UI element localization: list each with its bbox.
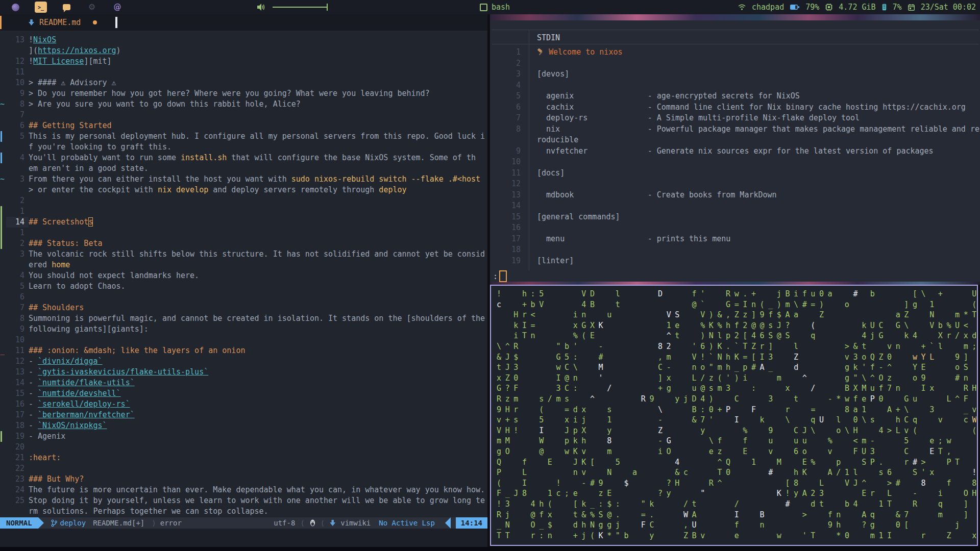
line-text: ## Screetshots [29, 217, 487, 228]
pager-prompt[interactable]: : [493, 270, 507, 282]
volume-control[interactable] [257, 4, 328, 11]
editor-line[interactable]: 6## Getting Started [0, 120, 487, 131]
markdown-link[interactable]: https://nixos.org [38, 46, 116, 55]
editor-line[interactable]: em aren't in a good state. [0, 163, 487, 174]
editor-line[interactable]: 7 [0, 110, 487, 120]
editor-line[interactable]: 22 [0, 463, 487, 474]
editor-line[interactable]: 1 [0, 206, 487, 217]
line-number [6, 185, 29, 195]
line-text: - `numtide/flake-utils` [29, 378, 487, 388]
editor-line[interactable]: 4You'll probably want to run some instal… [0, 153, 487, 163]
terminal-line-number: 12 [490, 179, 525, 189]
editor-line[interactable]: 6 [0, 292, 487, 303]
editor-line[interactable]: 8Summoning is powerful magic, and cannot… [0, 313, 487, 324]
line-number: 4 [6, 153, 29, 163]
editor-line[interactable]: ~8> Are you sure you want to go down thi… [0, 99, 487, 110]
terminal-line-text [525, 157, 537, 167]
line-number: 5 [6, 131, 29, 142]
matrix-row: gO @ wKv m iO ez E v 6o v FU3 C ET, 9 [497, 446, 976, 457]
terminal-line: 5 agenix - age-encrypted secrets for Nix… [490, 91, 980, 102]
matrix-row: xZ0 I@n ' ]x L/z(')i m ^ g"\^Oz o9 #n T [497, 373, 976, 383]
editor-line[interactable]: > or enter the cockpit with nix develop … [0, 185, 487, 195]
editor-line[interactable]: 9following giants][giants]: [0, 324, 487, 335]
editor-line[interactable]: 20 [0, 442, 487, 453]
markdown-link[interactable]: MIT License [33, 57, 84, 66]
markdown-link[interactable]: `numtide/flake-utils` [38, 378, 135, 387]
memory-used: 4.72 GiB [839, 3, 875, 12]
editor-line[interactable]: 16- `serokell/deploy-rs` [0, 399, 487, 410]
line-text: From there you can either install the ho… [29, 174, 487, 185]
editor-line[interactable]: 1 [0, 228, 487, 238]
editor-line[interactable]: _11### :onion: &mdash; like the layers o… [0, 345, 487, 356]
editor-line[interactable]: 14## Screetshots [0, 217, 487, 228]
editor-line[interactable]: 2 [0, 195, 487, 206]
matrix-window[interactable]: ! h:5 VD l D f' Rw.+ jBifu0a # b [\ + U]… [490, 285, 978, 546]
markdown-link[interactable]: `serokell/deploy-rs` [38, 399, 130, 409]
matrix-row: tJ3 wC\ M C- no"mh_p#A_ d gk'f-^ YE oS E [497, 362, 976, 372]
editor-line[interactable]: 14- `numtide/flake-utils` [0, 378, 487, 388]
terminal-icon[interactable]: >_ [35, 2, 47, 13]
editor-line[interactable]: 12- `divnix/digga` [0, 356, 487, 367]
gutter-sign [0, 131, 6, 142]
modified-dot-icon [93, 20, 97, 24]
editor-line[interactable]: 10 [0, 335, 487, 345]
editor-line[interactable]: 21:heart: [0, 453, 487, 463]
gutter-sign [0, 431, 6, 442]
markdown-link[interactable]: `numtide/devshell` [38, 389, 121, 398]
mastodon-icon[interactable]: @ [111, 2, 124, 13]
gutter-sign [0, 45, 6, 56]
git-branch-label[interactable]: deploy [60, 519, 86, 527]
gutter-sign [0, 485, 6, 495]
editor-line[interactable]: 15- `numtide/devshell` [0, 388, 487, 399]
editor-line[interactable]: 7## Shoulders [0, 303, 487, 313]
editor-buffer[interactable]: 13!NixOS](https://nixos.org)12!MIT Licen… [0, 35, 487, 517]
editor-line[interactable]: 17- `berberman/nvfetcher` [0, 410, 487, 420]
markdown-link[interactable]: `gytis-ivaskevicius/flake-utils-plus` [38, 367, 208, 377]
matrix-row: !3 4h( [k_:$: "k /t / # dt b4 1T R q ] p… [497, 499, 976, 509]
editor-line[interactable]: 23### But Why? [0, 474, 487, 485]
gutter-sign [0, 110, 6, 120]
gutter-sign [0, 324, 6, 335]
editor-line[interactable]: 10> #### ⚠ Advisory ⚠ [0, 78, 487, 88]
editor-line[interactable]: 2### Status: Beta [0, 238, 487, 249]
line-number: 21 [6, 453, 29, 463]
markdown-link[interactable]: NixOS [33, 35, 56, 44]
command-line-area[interactable] [0, 529, 487, 547]
terminal-line-number: 6 [490, 102, 525, 113]
tab-readme[interactable]: README.md [0, 17, 117, 28]
chat-icon[interactable] [60, 2, 72, 13]
editor-line[interactable]: 5This is my personal deployment hub. I c… [0, 131, 487, 142]
firefox-icon[interactable] [9, 2, 21, 13]
terminal-line-text: deploy-rs - A Simple multi-profile Nix-f… [525, 113, 860, 123]
pager-window[interactable]: STDIN 1Welcome to nixos23[devos]45 ageni… [490, 20, 980, 282]
editor-line[interactable]: 25Stop doing it by yourself, unless we l… [0, 495, 487, 506]
editor-line[interactable]: 18- `NixOS/nixpkgs` [0, 420, 487, 431]
editor-line[interactable]: 19- Agenix [0, 431, 487, 442]
markdown-link[interactable]: `divnix/digga` [38, 357, 102, 366]
line-text: ### But Why? [29, 474, 487, 485]
gutter-sign [0, 335, 6, 345]
editor-line[interactable]: ](https://nixos.org) [0, 45, 487, 56]
line-text [29, 463, 487, 474]
editor-line[interactable]: 5Learn to adopt Chaos. [0, 281, 487, 292]
volume-slider[interactable] [273, 7, 328, 8]
editor-line[interactable]: 11 [0, 67, 487, 78]
terminal-cursor [499, 270, 507, 282]
markdown-link[interactable]: `berberman/nvfetcher` [38, 410, 135, 419]
matrix-row: Rj @fx t&%S@. =. WA I B > fn Aq &7 m ] V… [497, 510, 976, 520]
editor-line[interactable]: 9> Do you remember how you got here? Whe… [0, 88, 487, 99]
gutter-sign: ~ [0, 99, 6, 110]
editor-line[interactable]: ered home [0, 260, 487, 270]
editor-line[interactable]: 4You should not expect landmarks here. [0, 270, 487, 281]
editor-line[interactable]: 12!MIT License][mit] [0, 56, 487, 67]
editor-line[interactable]: rm solutions. Perhaps together we can st… [0, 506, 487, 517]
markdown-link[interactable]: `NixOS/nixpkgs` [38, 421, 107, 430]
editor-line[interactable]: ~3From there you can either install the … [0, 174, 487, 185]
editor-line[interactable]: 24The future is more uncertain than ever… [0, 485, 487, 495]
editor-line[interactable]: 13- `gytis-ivaskevicius/flake-utils-plus… [0, 367, 487, 378]
editor-line[interactable]: 3The volcanic rock still shifts below th… [0, 249, 487, 260]
editor-line[interactable]: f you're looking to graft this. [0, 142, 487, 153]
editor-line[interactable]: 13!NixOS [0, 35, 487, 45]
terminal-line: 19[linter] [490, 256, 980, 266]
gear-icon[interactable]: ⚙ [86, 2, 98, 13]
